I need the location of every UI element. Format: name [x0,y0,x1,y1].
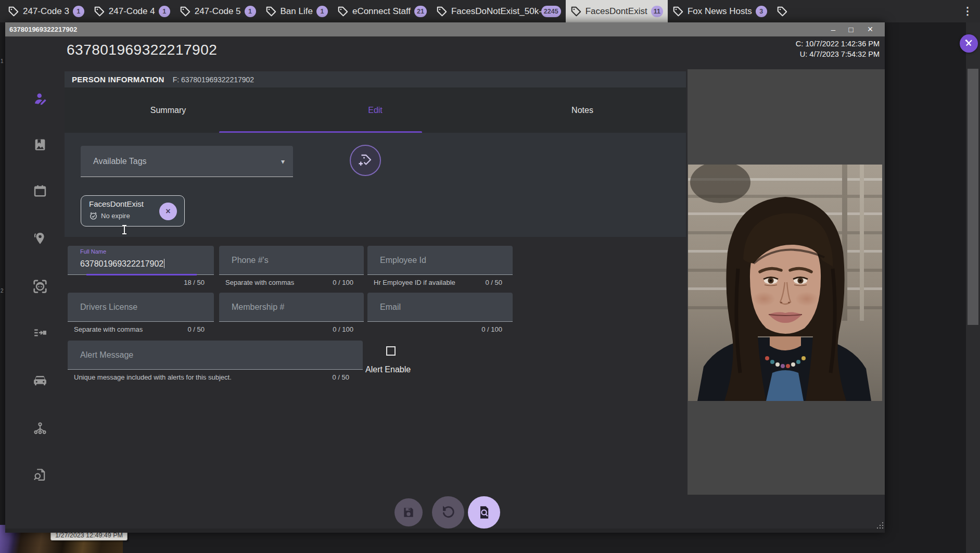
tag-strip: 247-Code 3 1 247-Code 4 1 247-Code 5 1 B… [0,0,980,22]
drivers-license-field[interactable]: Drivers License [68,293,214,322]
email-field[interactable]: Email [367,293,513,322]
screen: 1 2 1/27/2023 12:49:49 PM 247-Code 3 1 2… [0,0,980,553]
scrollbar-track[interactable] [966,22,980,553]
tag-count-badge: 1 [245,6,256,17]
field-counter: 0 / 50 [187,325,205,333]
sidebar-item-photos[interactable] [28,132,53,157]
tag-label: Ban Life [281,6,313,17]
face-scan-icon [32,279,48,294]
tag-label: 247-Code 4 [109,6,155,17]
sidebar-item-calendar[interactable] [28,179,53,204]
tag-ban-life[interactable]: Ban Life 1 [261,0,333,22]
tag-fox-news-hosts[interactable]: Fox News Hosts 3 [668,0,772,22]
overflow-menu-button[interactable]: ⋮ [962,0,973,22]
edge-marker: 2 [1,288,4,294]
updated-timestamp: U: 4/7/2023 7:54:32 PM [796,49,880,59]
tools-fab-button[interactable] [960,34,978,53]
sidebar-item-record-search[interactable] [28,462,53,487]
phone-placeholder: Phone #'s [232,256,269,265]
available-tags-dropdown[interactable]: Available Tags ▾ [81,146,293,177]
text-caret [164,259,164,268]
photo-panel [688,69,885,495]
sidebar-item-face-recognition[interactable] [28,274,53,299]
save-icon [402,506,415,519]
tab-summary[interactable]: Summary [65,87,272,133]
sidebar-item-relationships[interactable] [28,416,53,441]
section-header: PERSON INFORMATION F: 637801969322217902 [65,71,686,87]
tab-edit[interactable]: Edit [272,87,479,133]
tag-icon [570,6,582,17]
field-counter: 0 / 100 [333,279,353,286]
tag-partial[interactable] [772,0,793,22]
save-button[interactable] [394,498,423,526]
tag-icon [265,6,277,17]
field-hint: Unique message included with alerts for … [74,373,232,381]
remove-tag-button[interactable]: × [159,203,177,220]
alert-enable-checkbox[interactable] [386,346,396,356]
tag-label: eConnect Staff [352,6,411,17]
sidebar-item-events-list[interactable] [28,321,53,346]
full-name-label: Full Name [80,248,106,255]
close-button[interactable]: × [861,22,879,36]
window-footer [5,529,885,533]
tag-count-badge: 1 [73,6,84,17]
hierarchy-icon [33,421,47,436]
undo-icon [440,505,456,520]
tag-247-code-5[interactable]: 247-Code 5 1 [175,0,261,22]
subject-photo[interactable] [688,165,882,401]
employee-id-field[interactable]: Employee Id [367,246,513,275]
tag-econnect-staff[interactable]: eConnect Staff 21 [333,0,431,22]
tag-count-badge: 1 [159,6,170,17]
full-name-field[interactable]: Full Name 637801969322217902 [68,246,214,275]
created-timestamp: C: 10/7/2022 1:42:36 PM [796,39,880,49]
tag-247-code-3[interactable]: 247-Code 3 1 [3,0,89,22]
add-tag-icon [358,153,373,168]
full-name-value: 637801969322217902 [80,259,163,268]
membership-field[interactable]: Membership # [219,293,364,322]
maximize-button[interactable]: □ [842,22,860,36]
alert-message-placeholder: Alert Message [80,350,133,360]
page-title: 637801969322217902 [67,42,217,58]
tag-icon [94,6,105,17]
tag-count-badge: 11 [651,6,663,17]
tag-facesdontexist-selected[interactable]: FacesDontExist 11 [566,0,668,22]
field-counter: 0 / 50 [485,279,502,286]
tag-count-badge: 3 [756,6,767,17]
tag-icon [777,6,788,17]
field-counter: 0 / 50 [332,373,349,381]
tag-247-code-4[interactable]: 247-Code 4 1 [89,0,175,22]
sidebar-item-vehicles[interactable] [28,368,53,393]
membership-placeholder: Membership # [232,303,284,312]
focus-underline [86,274,197,275]
person-window: 637801969322217902 – □ × C: 10/7/2022 1:… [5,22,885,533]
minimize-button[interactable]: – [824,22,842,36]
tag-facesdonotexist-50k[interactable]: FacesDoNotExist_50k- 2245 [431,0,566,22]
tab-bar: Summary Edit Notes [65,87,686,133]
field-counter: 0 / 100 [481,325,502,333]
alarm-clock-icon [89,211,98,220]
resize-grip[interactable] [875,520,883,529]
image-icon [33,137,47,152]
sidebar-item-locations[interactable] [28,226,53,251]
field-hint: Hr Employee ID if available [374,279,455,286]
alert-message-field[interactable]: Alert Message [68,341,363,370]
tag-icon [180,6,191,17]
phone-field[interactable]: Phone #'s [219,246,364,275]
add-tag-button[interactable] [350,145,381,176]
window-title: 637801969322217902 [9,26,77,33]
field-counter: 0 / 100 [333,325,353,333]
tag-label: 247-Code 3 [23,6,69,17]
window-titlebar[interactable]: 637801969322217902 [5,22,885,36]
person-edit-icon [32,91,48,107]
chevron-down-icon: ▾ [281,157,285,166]
tag-chip-facesdontexist: FacesDontExist No expire × [81,195,185,227]
sidebar-item-person-edit[interactable] [28,86,53,111]
tab-notes[interactable]: Notes [479,87,686,133]
undo-button[interactable] [432,496,464,529]
scrollbar-thumb[interactable] [968,69,978,325]
field-hint: Separate with commas [225,279,294,286]
section-subtitle: F: 637801969322217902 [173,76,254,84]
tag-label: 247-Code 5 [195,6,241,17]
record-search-button[interactable] [468,496,500,529]
document-search-icon [477,505,491,520]
